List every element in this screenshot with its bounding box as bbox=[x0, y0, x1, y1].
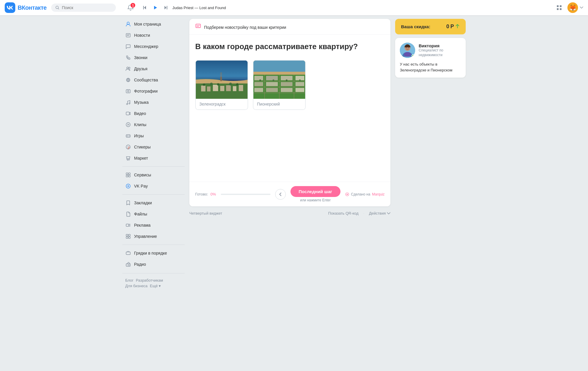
back-button[interactable] bbox=[275, 189, 286, 200]
sidebar-item-my-page[interactable]: Моя страница bbox=[122, 19, 185, 29]
svg-rect-68 bbox=[266, 82, 278, 86]
agent-name: Виктория bbox=[419, 43, 461, 48]
sidebar-item-video[interactable]: Видео bbox=[122, 108, 185, 119]
svg-point-75 bbox=[259, 79, 261, 81]
sidebar-item-files[interactable]: Файлы bbox=[122, 209, 185, 219]
svg-rect-25 bbox=[128, 175, 130, 177]
ads-icon bbox=[125, 222, 131, 228]
sidebar-item-calls[interactable]: Звонки bbox=[122, 52, 185, 63]
svg-point-85 bbox=[404, 52, 411, 57]
sidebar-item-vkpay[interactable]: VK Pay bbox=[122, 181, 185, 191]
news-icon bbox=[125, 32, 131, 38]
svg-rect-30 bbox=[126, 237, 128, 238]
phone-icon bbox=[125, 55, 131, 61]
next-track-button[interactable] bbox=[162, 4, 170, 12]
svg-rect-70 bbox=[295, 82, 304, 86]
sidebar-label-communities: Сообщества bbox=[134, 78, 158, 82]
svg-rect-41 bbox=[207, 86, 211, 91]
sidebar-item-friends[interactable]: Друзья bbox=[122, 63, 185, 74]
svg-rect-37 bbox=[196, 61, 248, 78]
city-card-zelenogradsk[interactable]: Зеленоградск bbox=[195, 60, 248, 110]
svg-point-35 bbox=[127, 265, 128, 265]
city-image-pionersky bbox=[253, 61, 305, 99]
play-button[interactable] bbox=[151, 4, 159, 12]
sidebar-item-news[interactable]: Новости bbox=[122, 30, 185, 41]
svg-rect-66 bbox=[295, 76, 304, 80]
header-center: 1 Judas Priest — Lost and Found bbox=[125, 2, 550, 13]
sidebar-item-garden[interactable]: Грядки в порядке bbox=[122, 248, 185, 258]
sidebar-label-bookmarks: Закладки bbox=[134, 200, 152, 205]
music-icon bbox=[125, 99, 131, 105]
bookmarks-icon bbox=[125, 200, 131, 206]
sidebar-footer-blog[interactable]: Блог bbox=[125, 278, 133, 283]
agent-online-indicator bbox=[412, 54, 415, 57]
svg-point-21 bbox=[129, 160, 129, 161]
friends-icon bbox=[125, 66, 131, 72]
widget-header-text: Подберем новостройку под ваши критерии bbox=[204, 25, 286, 30]
svg-rect-28 bbox=[126, 234, 128, 236]
sidebar-item-communities[interactable]: Сообщества bbox=[122, 75, 185, 85]
sidebar-item-stickers[interactable]: Стикеры bbox=[122, 142, 185, 152]
discount-currency: Р bbox=[450, 24, 454, 30]
svg-rect-53 bbox=[196, 61, 248, 77]
sidebar-item-clips[interactable]: Клипы bbox=[122, 119, 185, 130]
marquiz-link[interactable]: Сделано на Marquiz bbox=[345, 192, 385, 196]
sidebar-item-messenger[interactable]: Мессенджер bbox=[122, 41, 185, 52]
sidebar-label-news: Новости bbox=[134, 33, 150, 38]
sidebar-item-bookmarks[interactable]: Закладки bbox=[122, 198, 185, 208]
apps-grid-button[interactable] bbox=[554, 3, 564, 12]
bottom-left: Четвертый виджет bbox=[189, 211, 222, 215]
vk-logo[interactable]: ВКонтакте bbox=[5, 2, 46, 13]
sidebar: Моя страница Новости Мессенджер Звонки bbox=[122, 19, 187, 290]
progress-label: Готово: bbox=[195, 192, 208, 196]
sidebar-item-services[interactable]: Сервисы bbox=[122, 170, 185, 180]
svg-rect-29 bbox=[128, 234, 130, 236]
sidebar-footer-dev[interactable]: Разработчикам bbox=[136, 278, 163, 283]
search-bar[interactable] bbox=[51, 4, 116, 12]
notifications-button[interactable]: 1 bbox=[125, 2, 136, 13]
sidebar-footer-divider bbox=[122, 273, 185, 273]
svg-rect-46 bbox=[239, 85, 243, 91]
svg-rect-74 bbox=[295, 88, 304, 92]
footer-right: Сделано на Marquiz bbox=[345, 192, 385, 196]
enter-hint: или нажмите Enter bbox=[300, 198, 331, 202]
show-qr-button[interactable]: Показать QR-код bbox=[328, 211, 358, 215]
aside: Ваша скидка: 0 Р bbox=[395, 19, 466, 290]
search-input[interactable] bbox=[62, 5, 112, 10]
svg-point-78 bbox=[299, 79, 301, 81]
sidebar-nav: Моя страница Новости Мессенджер Звонки bbox=[122, 19, 185, 270]
sidebar-label-vkpay: VK Pay bbox=[134, 184, 148, 188]
svg-rect-1 bbox=[557, 5, 559, 7]
prev-track-button[interactable] bbox=[141, 4, 149, 12]
progress-value: 0% bbox=[211, 192, 216, 196]
sidebar-item-ads[interactable]: Реклама bbox=[122, 220, 185, 230]
sidebar-label-calls: Звонки bbox=[134, 55, 147, 60]
sidebar-item-music[interactable]: Музыка bbox=[122, 97, 185, 108]
discount-card: Ваша скидка: 0 Р bbox=[395, 19, 466, 34]
actions-button[interactable]: Действия bbox=[369, 211, 390, 215]
sidebar-divider-2 bbox=[122, 194, 185, 195]
svg-rect-73 bbox=[281, 88, 293, 92]
discount-amount: 0 bbox=[446, 24, 449, 30]
sidebar-item-games[interactable]: Игры bbox=[122, 131, 185, 141]
city-label-zelenogradsk: Зеленоградск bbox=[196, 99, 248, 109]
svg-rect-43 bbox=[220, 86, 224, 91]
svg-rect-65 bbox=[281, 76, 293, 80]
next-button[interactable]: Последний шаг bbox=[290, 186, 340, 197]
sidebar-footer-more[interactable]: Ещё ▾ bbox=[150, 284, 161, 288]
svg-point-8 bbox=[129, 67, 130, 69]
svg-rect-4 bbox=[560, 8, 562, 10]
sidebar-label-ads: Реклама bbox=[134, 223, 151, 228]
sidebar-item-market[interactable]: Маркет bbox=[122, 153, 185, 163]
sidebar-footer-links: Блог Разработчикам Для бизнеса Ещё ▾ bbox=[122, 276, 185, 290]
sidebar-item-photos[interactable]: Фотографии bbox=[122, 86, 185, 96]
avatar-button[interactable]: 🦊 bbox=[567, 2, 583, 13]
sidebar-item-management[interactable]: Управление bbox=[122, 231, 185, 242]
city-card-pionersky[interactable]: Пионерский bbox=[253, 60, 306, 110]
sidebar-footer-business[interactable]: Для бизнеса bbox=[125, 284, 148, 288]
progress-bar-background bbox=[221, 194, 270, 195]
svg-rect-52 bbox=[220, 72, 222, 81]
sidebar-label-video: Видео bbox=[134, 111, 146, 116]
widget-header: Подберем новостройку под ваши критерии bbox=[189, 19, 390, 35]
sidebar-item-radio[interactable]: Радио bbox=[122, 259, 185, 270]
